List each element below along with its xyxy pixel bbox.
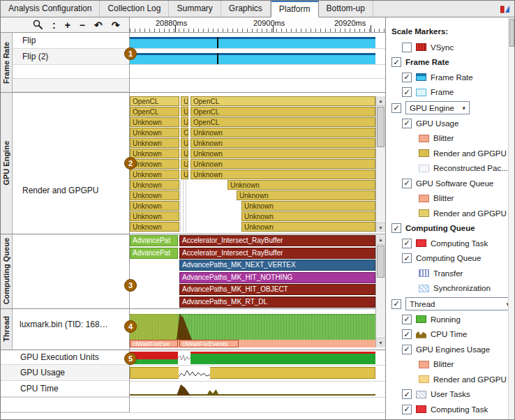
gpu-task-bar[interactable]: Unknown: [130, 149, 179, 158]
gpu-task-bar[interactable]: Unknown: [191, 149, 375, 158]
group-strip-thread[interactable]: Thread: [1, 308, 13, 350]
tab-platform[interactable]: Platform: [271, 1, 319, 17]
gpu-task-bar[interactable]: U: [181, 107, 188, 117]
group-strip-frame-rate[interactable]: Frame Rate: [1, 33, 13, 92]
thread-dropdown[interactable]: Thread ▾: [405, 297, 514, 310]
row-label-cpu-time[interactable]: CPU Time: [1, 381, 130, 397]
gpu-eu-band[interactable]: [130, 352, 178, 364]
cpu-time-checkbox[interactable]: ✓: [402, 329, 412, 339]
scrollbar-thumb[interactable]: [377, 246, 385, 278]
computing-queue-group-checkbox[interactable]: ✓: [391, 223, 401, 233]
gpu-task-bar[interactable]: Unknown: [130, 117, 179, 127]
scrollbar-thumb[interactable]: [377, 107, 385, 147]
computing-task-checkbox[interactable]: ✓: [402, 405, 412, 414]
scrollbar-thumb[interactable]: [509, 19, 514, 47]
row-label-gpu-execution-units[interactable]: GPU Execution Units: [1, 350, 130, 365]
gpu-task-bar[interactable]: Unknown: [191, 138, 375, 148]
panel-scrollbar[interactable]: [508, 17, 515, 420]
running-checkbox[interactable]: ✓: [402, 315, 412, 324]
gpu-task-bar[interactable]: OpenCL: [191, 117, 375, 127]
frame-checkbox[interactable]: ✓: [402, 87, 412, 97]
gpu-task-bar[interactable]: OpenCL: [191, 96, 375, 106]
group-strip-gpu-engine[interactable]: GPU Engine: [1, 92, 13, 234]
queue-task-bar[interactable]: AdvancePaths_MK_RT_DL: [179, 297, 375, 308]
queue-task-bar[interactable]: AdvancePaths_MK_NEXT_VERTEX: [179, 260, 375, 271]
tab-bottom-up[interactable]: Bottom-up: [319, 1, 373, 17]
gpu-task-bar[interactable]: Unknown: [241, 222, 375, 232]
gpu-task-bar[interactable]: OpenCL: [130, 107, 179, 117]
scroll-up-button[interactable]: ▲: [376, 96, 385, 106]
thread-checkbox[interactable]: ✓: [391, 299, 401, 309]
gpu-engine-checkbox[interactable]: ✓: [391, 103, 401, 113]
gpu-task-bar[interactable]: Unknown: [130, 222, 179, 232]
group-strip-computing-queue[interactable]: Computing Queue: [1, 234, 13, 308]
frame-bar[interactable]: [130, 53, 217, 64]
timeline-ruler[interactable]: 20880ms 20900ms 20920ms: [130, 17, 385, 33]
frame-bar[interactable]: [218, 53, 375, 64]
computing-task-checkbox[interactable]: ✓: [402, 239, 412, 248]
gpu-usage-checkbox[interactable]: ✓: [402, 119, 412, 128]
scroll-down-button[interactable]: ▼: [376, 338, 385, 347]
gpu-task-bar[interactable]: Unknown: [130, 159, 179, 169]
gpu-task-bar[interactable]: U: [181, 117, 188, 127]
gpu-eu-band[interactable]: [191, 352, 375, 364]
vsync-checkbox[interactable]: [402, 43, 412, 52]
computing-queue-checkbox[interactable]: ✓: [402, 253, 412, 263]
gpu-task-bar[interactable]: U: [181, 138, 188, 148]
tab-analysis-configuration[interactable]: Analysis Configuration: [1, 1, 100, 17]
gpu-sw-queue-checkbox[interactable]: ✓: [402, 179, 412, 188]
frame-bar[interactable]: [218, 37, 375, 48]
zoom-undo-icon[interactable]: ↶: [94, 20, 103, 30]
row-label-flip[interactable]: Flip: [13, 33, 130, 49]
gpu-task-bar[interactable]: OpenCL: [130, 96, 179, 106]
gpu-task-bar[interactable]: Unknown: [130, 170, 179, 179]
frame-rate-group-checkbox[interactable]: ✓: [391, 57, 401, 67]
computing-queue-scrollbar[interactable]: ▲ ▼: [375, 235, 385, 347]
scroll-down-button[interactable]: ▼: [376, 223, 385, 232]
gpu-task-bar[interactable]: Unknown: [130, 128, 179, 137]
tab-collection-log[interactable]: Collection Log: [100, 1, 169, 17]
tab-summary[interactable]: Summary: [169, 1, 221, 17]
frame-bar[interactable]: [130, 37, 217, 48]
row-label-render-gpgpu-cell[interactable]: Render and GPGPU: [13, 92, 130, 234]
gpu-task-bar[interactable]: Unknown: [130, 180, 179, 190]
gpu-task-bar[interactable]: Unknown: [237, 190, 375, 200]
gpu-task-bar[interactable]: U: [181, 159, 188, 169]
queue-task-bar[interactable]: AdvancePat: [130, 235, 178, 246]
zoom-out-icon[interactable]: −: [80, 20, 85, 30]
gpu-task-bar[interactable]: U: [181, 170, 188, 179]
row-label-flip2[interactable]: Flip (2): [13, 49, 130, 65]
gpu-engine-scrollbar[interactable]: ▲ ▼: [375, 96, 385, 232]
queue-task-bar[interactable]: Accelerator_Intersect_RayBuffer: [179, 248, 375, 259]
row-label-computing-queue-cell[interactable]: [13, 234, 130, 308]
gpu-task-bar[interactable]: O: [181, 128, 188, 137]
wait-task-bar[interactable]: clWaitForEve: [130, 340, 178, 347]
tab-graphics[interactable]: Graphics: [221, 1, 271, 17]
gpu-task-bar[interactable]: Unknown: [241, 211, 375, 221]
zoom-in-icon[interactable]: +: [65, 20, 70, 30]
queue-task-bar[interactable]: Accelerator_Intersect_RayBuffer: [179, 235, 375, 246]
gpu-task-bar[interactable]: Unknown: [130, 211, 179, 221]
gpu-task-bar[interactable]: Unknown: [191, 170, 375, 179]
user-tasks-checkbox[interactable]: ✓: [402, 389, 412, 399]
gpu-usage-band[interactable]: [130, 367, 375, 379]
gpu-task-bar[interactable]: Unknown: [227, 180, 375, 190]
queue-task-bar[interactable]: AdvancePaths_MK_HIT_OBJECT: [179, 284, 375, 295]
frame-rate-checkbox[interactable]: ✓: [402, 73, 412, 82]
gpu-engines-usage-checkbox[interactable]: ✓: [402, 345, 412, 354]
gpu-task-bar[interactable]: Unknown: [191, 159, 375, 169]
gpu-task-bar[interactable]: U: [181, 149, 188, 158]
wait-task-bar[interactable]: clWaitForEvents: [179, 340, 239, 347]
gpu-task-bar[interactable]: Unknown: [130, 201, 179, 211]
gpu-task-bar[interactable]: Unknown: [130, 190, 179, 200]
row-label-gpu-usage[interactable]: GPU Usage: [1, 365, 130, 381]
zoom-redo-icon[interactable]: ↷: [112, 20, 120, 30]
gpu-task-bar[interactable]: Unknown: [191, 128, 375, 137]
scroll-up-button[interactable]: ▲: [376, 235, 385, 245]
queue-task-bar[interactable]: AdvancePaths_MK_HIT_NOTHING: [179, 272, 375, 283]
gpu-task-bar[interactable]: Unknown: [130, 138, 179, 148]
gpu-engine-dropdown[interactable]: GPU Engine ▾: [405, 101, 470, 114]
gpu-task-bar[interactable]: Unknown: [241, 201, 375, 211]
queue-task-bar[interactable]: AdvancePat: [130, 248, 178, 259]
row-label-luxmark-cell[interactable]: luxmark.bin (TID: 168…: [13, 308, 130, 350]
